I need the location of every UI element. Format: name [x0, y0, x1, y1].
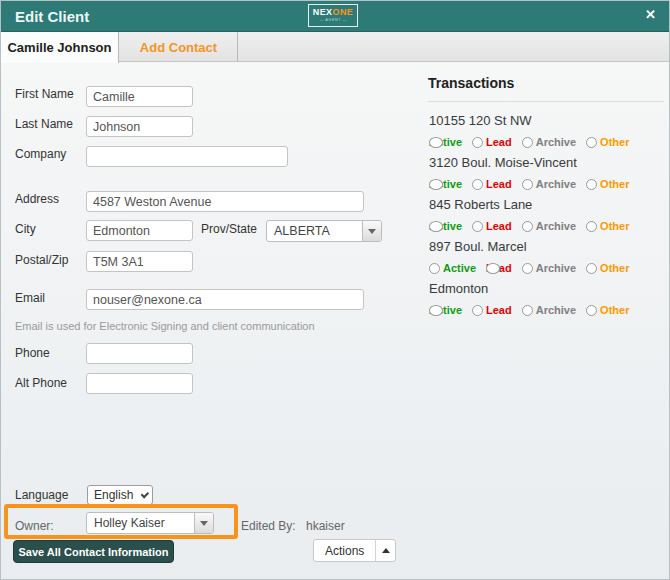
email-input[interactable]	[86, 289, 364, 310]
radio-icon[interactable]	[472, 137, 483, 148]
phone-input[interactable]	[86, 343, 193, 364]
radio-icon[interactable]	[522, 137, 533, 148]
status-option-label: Lead	[486, 220, 512, 232]
postal-zip-label: Postal/Zip	[15, 253, 68, 267]
status-option-label: Active	[443, 262, 476, 274]
company-input[interactable]	[86, 146, 288, 167]
radio-icon[interactable]	[429, 305, 443, 316]
transaction-item: 845 Roberts Lane ActiveLeadArchiveOther	[426, 194, 668, 236]
status-option-archive[interactable]: Archive	[522, 304, 576, 316]
status-option-label: Other	[600, 178, 629, 190]
status-option-lead[interactable]: Lead	[472, 178, 512, 190]
status-option-active[interactable]: Active	[429, 220, 462, 232]
radio-icon[interactable]	[522, 305, 533, 316]
actions-split-button: Actions	[313, 539, 396, 562]
status-option-label: Other	[600, 262, 629, 274]
status-option-lead[interactable]: Lead	[472, 136, 512, 148]
radio-icon[interactable]	[429, 263, 440, 274]
radio-icon[interactable]	[522, 221, 533, 232]
chevron-down-icon	[368, 229, 376, 234]
actions-button[interactable]: Actions	[314, 540, 375, 561]
transaction-status-row: ActiveLeadArchiveOther	[426, 132, 668, 152]
form-content: First Name Last Name Company Address Cit…	[1, 62, 670, 580]
tab-add-contact[interactable]: Add Contact	[120, 32, 238, 62]
radio-icon[interactable]	[522, 263, 533, 274]
status-option-label: Archive	[536, 136, 576, 148]
transaction-item: Edmonton ActiveLeadArchiveOther	[426, 278, 668, 320]
status-option-other[interactable]: Other	[586, 262, 629, 274]
transactions-title: Transactions	[428, 75, 514, 91]
city-input[interactable]	[86, 220, 193, 241]
radio-icon[interactable]	[472, 305, 483, 316]
transaction-item: 10155 120 St NW ActiveLeadArchiveOther	[426, 110, 668, 152]
radio-icon[interactable]	[586, 263, 597, 274]
last-name-input[interactable]	[86, 116, 193, 137]
radio-icon[interactable]	[472, 221, 483, 232]
prov-state-select[interactable]: ALBERTA	[266, 220, 382, 242]
status-option-label: Other	[600, 136, 629, 148]
nexone-logo: NEXONE — AGENT —	[308, 4, 358, 27]
status-option-archive[interactable]: Archive	[522, 220, 576, 232]
transaction-address: Edmonton	[426, 278, 668, 300]
status-option-active[interactable]: Active	[429, 136, 462, 148]
chevron-down-icon	[141, 489, 149, 497]
radio-icon[interactable]	[586, 305, 597, 316]
address-label: Address	[15, 192, 59, 206]
chevron-up-icon	[382, 548, 390, 553]
status-option-archive[interactable]: Archive	[522, 136, 576, 148]
modal-header: Edit Client NEXONE — AGENT — ✕	[1, 1, 669, 32]
transaction-status-row: ActiveLeadArchiveOther	[426, 216, 668, 236]
status-option-archive[interactable]: Archive	[522, 178, 576, 190]
owner-dropdown-button[interactable]	[194, 513, 213, 533]
status-option-lead[interactable]: Lead	[472, 220, 512, 232]
status-option-label: Other	[600, 220, 629, 232]
status-option-active[interactable]: Active	[429, 304, 462, 316]
radio-icon[interactable]	[586, 137, 597, 148]
status-option-active[interactable]: Active	[429, 262, 476, 274]
radio-icon[interactable]	[429, 137, 443, 148]
save-all-contact-button[interactable]: Save All Contact Information	[13, 540, 174, 563]
status-option-other[interactable]: Other	[586, 178, 629, 190]
first-name-input[interactable]	[86, 86, 193, 107]
city-label: City	[15, 222, 36, 236]
transaction-item: 897 Boul. Marcel ActiveLeadArchiveOther	[426, 236, 668, 278]
status-option-label: Lead	[486, 178, 512, 190]
edited-by-label: Edited By:	[241, 519, 296, 533]
status-option-label: Archive	[536, 178, 576, 190]
radio-icon[interactable]	[486, 263, 500, 274]
transaction-status-row: ActiveLeadArchiveOther	[426, 174, 668, 194]
status-option-label: Archive	[536, 304, 576, 316]
prov-state-value: ALBERTA	[267, 221, 362, 241]
radio-icon[interactable]	[429, 179, 443, 190]
radio-icon[interactable]	[522, 179, 533, 190]
close-icon[interactable]: ✕	[645, 8, 656, 21]
address-input[interactable]	[86, 191, 364, 212]
prov-state-dropdown-button[interactable]	[362, 221, 381, 241]
status-option-active[interactable]: Active	[429, 178, 462, 190]
status-option-other[interactable]: Other	[586, 220, 629, 232]
prov-state-label: Prov/State	[201, 222, 257, 236]
phone-label: Phone	[15, 346, 50, 360]
tab-camille-johnson[interactable]: Camille Johnson	[1, 32, 119, 63]
alt-phone-input[interactable]	[86, 373, 193, 394]
status-option-label: Archive	[536, 220, 576, 232]
nexone-logo-text: NEXONE	[313, 8, 353, 17]
postal-zip-input[interactable]	[86, 251, 193, 272]
company-label: Company	[15, 147, 66, 161]
radio-icon[interactable]	[586, 221, 597, 232]
status-option-other[interactable]: Other	[586, 136, 629, 148]
transaction-item: 3120 Boul. Moise-Vincent ActiveLeadArchi…	[426, 152, 668, 194]
radio-icon[interactable]	[429, 221, 443, 232]
language-select[interactable]: English	[87, 485, 153, 505]
status-option-label: Archive	[536, 262, 576, 274]
status-option-lead[interactable]: Lead	[472, 304, 512, 316]
status-option-label: Lead	[486, 304, 512, 316]
status-option-archive[interactable]: Archive	[522, 262, 576, 274]
owner-select[interactable]: Holley Kaiser	[86, 512, 214, 534]
actions-menu-toggle[interactable]	[375, 540, 395, 561]
radio-icon[interactable]	[472, 179, 483, 190]
status-option-other[interactable]: Other	[586, 304, 629, 316]
status-option-lead[interactable]: Lead	[486, 262, 512, 274]
radio-icon[interactable]	[586, 179, 597, 190]
transaction-status-row: ActiveLeadArchiveOther	[426, 300, 668, 320]
